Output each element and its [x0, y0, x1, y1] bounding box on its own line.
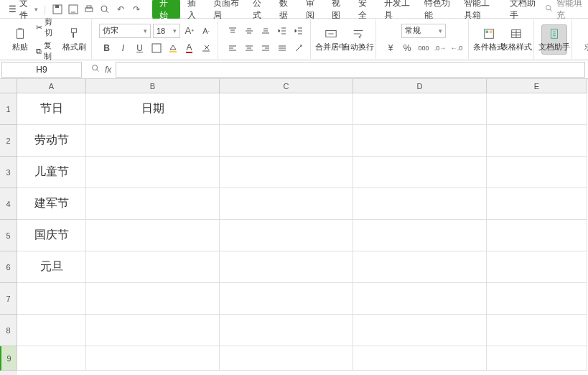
- font-name-select[interactable]: 仿宋▾: [99, 24, 151, 38]
- cell-E6[interactable]: [487, 251, 587, 283]
- cell-A3[interactable]: 儿童节: [17, 157, 86, 188]
- cell-B1[interactable]: 日期: [86, 93, 220, 125]
- cell-C8[interactable]: [220, 315, 353, 346]
- cell-C5[interactable]: [220, 220, 353, 251]
- row-header-3[interactable]: 3: [0, 157, 17, 188]
- cells-area[interactable]: 节日日期劳动节儿童节建军节国庆节元旦: [17, 93, 588, 375]
- cell-D4[interactable]: [353, 188, 487, 220]
- row-header-4[interactable]: 4: [0, 188, 17, 220]
- zoom-icon[interactable]: [90, 63, 101, 75]
- cell-B2[interactable]: [86, 125, 220, 157]
- clear-format-button[interactable]: [199, 41, 213, 55]
- cell-E9[interactable]: [487, 346, 587, 371]
- copy-button[interactable]: ⧉复制: [34, 40, 58, 62]
- save-icon[interactable]: [52, 4, 63, 15]
- row-header-1[interactable]: 1: [0, 93, 17, 125]
- cell-A7[interactable]: [17, 283, 86, 315]
- cell-C1[interactable]: [220, 93, 353, 125]
- cell-B4[interactable]: [86, 188, 220, 220]
- save-as-icon[interactable]: [67, 4, 79, 15]
- col-header-C[interactable]: C: [220, 79, 353, 93]
- row-header-6[interactable]: 6: [0, 251, 17, 283]
- font-color-button[interactable]: A: [182, 41, 197, 55]
- align-top-button[interactable]: [225, 24, 240, 38]
- cell-A2[interactable]: 劳动节: [17, 125, 86, 157]
- format-painter-button[interactable]: 格式刷: [61, 25, 87, 54]
- cell-C6[interactable]: [220, 251, 353, 283]
- table-style-button[interactable]: 表格样式: [503, 25, 529, 54]
- doc-assist-button[interactable]: 文档助手: [541, 24, 567, 55]
- merge-center-button[interactable]: 合并居中: [318, 25, 344, 54]
- cell-E7[interactable]: [487, 283, 587, 315]
- cell-D5[interactable]: [353, 220, 487, 251]
- col-header-D[interactable]: D: [353, 79, 487, 93]
- undo-icon[interactable]: ↶: [115, 4, 126, 15]
- cell-C2[interactable]: [220, 125, 353, 157]
- cell-C7[interactable]: [220, 283, 353, 315]
- fill-color-button[interactable]: [166, 41, 180, 55]
- col-header-E[interactable]: E: [487, 79, 587, 93]
- number-format-select[interactable]: 常规▾: [401, 24, 446, 38]
- italic-button[interactable]: I: [116, 41, 131, 55]
- cell-D6[interactable]: [353, 251, 487, 283]
- cell-A1[interactable]: 节日: [17, 93, 86, 125]
- col-header-A[interactable]: A: [17, 79, 86, 93]
- paste-button[interactable]: 粘贴: [9, 25, 31, 54]
- cell-D2[interactable]: [353, 125, 487, 157]
- cell-E3[interactable]: [487, 157, 587, 188]
- cut-button[interactable]: ✂剪切: [34, 16, 58, 39]
- redo-icon[interactable]: ↷: [131, 4, 142, 15]
- print-icon[interactable]: [83, 4, 95, 15]
- increase-font-button[interactable]: A+: [182, 24, 197, 38]
- orientation-button[interactable]: [291, 41, 306, 55]
- row-header-8[interactable]: 8: [0, 315, 17, 346]
- sum-button[interactable]: Σ 求和: [579, 25, 588, 54]
- cell-C9[interactable]: [220, 346, 353, 371]
- row-header-5[interactable]: 5: [0, 220, 17, 251]
- increase-indent-button[interactable]: [291, 24, 306, 38]
- align-bottom-button[interactable]: [258, 24, 273, 38]
- cell-A4[interactable]: 建军节: [17, 188, 86, 220]
- conditional-format-button[interactable]: 条件格式: [476, 25, 502, 54]
- align-right-button[interactable]: [258, 41, 273, 55]
- comma-button[interactable]: 000: [416, 41, 431, 55]
- cell-E4[interactable]: [487, 188, 587, 220]
- row-header-2[interactable]: 2: [0, 125, 17, 157]
- cell-D9[interactable]: [353, 346, 487, 371]
- cell-D3[interactable]: [353, 157, 487, 188]
- cell-D8[interactable]: [353, 315, 487, 346]
- wrap-text-button[interactable]: 自动换行: [345, 25, 371, 54]
- cell-B8[interactable]: [86, 315, 220, 346]
- cell-E5[interactable]: [487, 220, 587, 251]
- cell-B7[interactable]: [86, 283, 220, 315]
- fx-label[interactable]: fx: [105, 65, 111, 75]
- cell-E2[interactable]: [487, 125, 587, 157]
- select-all-corner[interactable]: [0, 79, 17, 93]
- increase-decimal-button[interactable]: .0→: [433, 41, 447, 55]
- row-header-9[interactable]: 9: [0, 346, 17, 371]
- align-middle-button[interactable]: [242, 24, 256, 38]
- cell-D7[interactable]: [353, 283, 487, 315]
- border-button[interactable]: [149, 41, 164, 55]
- cell-A9[interactable]: [17, 346, 86, 371]
- print-preview-icon[interactable]: [99, 4, 111, 15]
- font-size-select[interactable]: 18▾: [153, 24, 180, 38]
- cell-A6[interactable]: 元旦: [17, 251, 86, 283]
- cell-B6[interactable]: [86, 251, 220, 283]
- align-center-button[interactable]: [242, 41, 256, 55]
- cell-E1[interactable]: [487, 93, 587, 125]
- cell-B9[interactable]: [86, 346, 220, 371]
- align-left-button[interactable]: [225, 41, 240, 55]
- cell-C3[interactable]: [220, 157, 353, 188]
- percent-button[interactable]: %: [400, 41, 414, 55]
- decrease-decimal-button[interactable]: ←.0: [449, 41, 464, 55]
- currency-button[interactable]: ¥: [383, 41, 398, 55]
- justify-button[interactable]: [275, 41, 289, 55]
- cell-D1[interactable]: [353, 93, 487, 125]
- cell-A8[interactable]: [17, 315, 86, 346]
- row-header-7[interactable]: 7: [0, 283, 17, 315]
- name-box[interactable]: H9: [1, 62, 82, 78]
- formula-input[interactable]: [116, 62, 585, 78]
- col-header-B[interactable]: B: [86, 79, 220, 93]
- cell-E8[interactable]: [487, 315, 587, 346]
